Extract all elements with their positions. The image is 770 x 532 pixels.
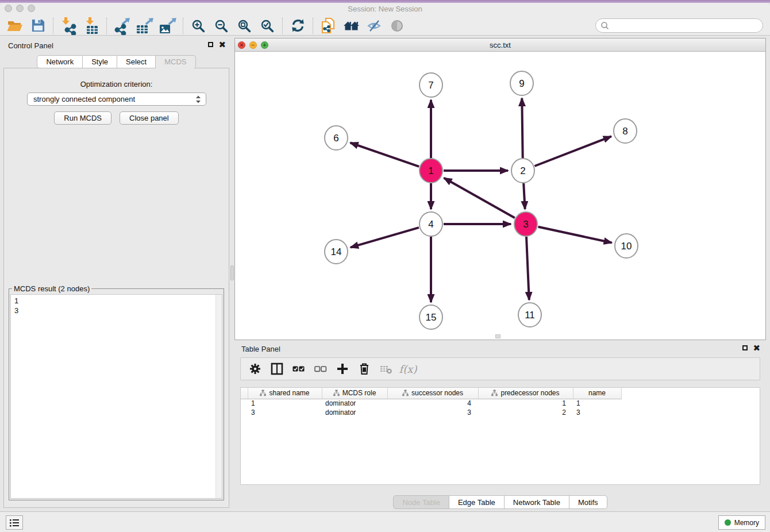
tab-mcds[interactable]: MCDS	[156, 55, 195, 68]
import-table-button[interactable]	[80, 17, 103, 35]
columns-icon	[271, 363, 283, 375]
tab-select[interactable]: Select	[117, 55, 156, 68]
graph-node[interactable]: 4	[419, 212, 442, 236]
graph-node[interactable]: 14	[325, 240, 348, 264]
zoom-fit-button[interactable]	[233, 17, 256, 35]
node-table-container: shared nameMCDS rolesuccessor nodesprede…	[240, 387, 760, 485]
graph-node[interactable]: 3	[514, 212, 537, 236]
optimization-criterion-select[interactable]: strongly connected component	[27, 92, 206, 106]
deselect-all-button[interactable]	[311, 359, 330, 379]
optimization-criterion-label: Optimization criterion:	[4, 80, 229, 88]
export-table-button[interactable]	[133, 17, 156, 35]
tab-network[interactable]: Network	[37, 55, 83, 68]
function-builder-button: f(x)	[398, 359, 418, 379]
tab-motifs[interactable]: Motifs	[569, 495, 607, 509]
zoom-selected-button[interactable]	[256, 17, 279, 35]
table-cell[interactable]: dominator	[322, 399, 387, 408]
svg-text:14: 14	[331, 246, 342, 257]
table-mode-button[interactable]	[245, 359, 265, 379]
birdseye-view-button[interactable]	[386, 17, 409, 35]
delete-column-button[interactable]	[355, 359, 374, 379]
export-network-button[interactable]	[110, 17, 133, 35]
refresh-layout-button[interactable]	[286, 17, 309, 35]
panel-splitter-handle[interactable]	[230, 265, 234, 280]
table-cell[interactable]: 4	[387, 399, 478, 408]
dropdown-arrows-icon	[194, 94, 202, 105]
column-header[interactable]: successor nodes	[387, 388, 478, 399]
result-scrollbar[interactable]	[215, 295, 222, 498]
zoom-selected-icon	[260, 18, 275, 33]
toolbar-separator	[313, 18, 313, 34]
graph-node[interactable]: 2	[511, 159, 534, 183]
graph-edge[interactable]	[444, 178, 515, 218]
graph-edge[interactable]	[538, 227, 612, 243]
search-input[interactable]	[610, 20, 763, 32]
float-panel-icon[interactable]	[208, 42, 213, 47]
open-session-button[interactable]	[3, 17, 26, 35]
graph-node[interactable]: 1	[419, 159, 442, 183]
graph-edge[interactable]	[526, 237, 529, 300]
hide-network-button[interactable]	[363, 17, 386, 35]
network-window-titlebar[interactable]: × − + scc.txt	[235, 38, 765, 52]
column-header[interactable]: MCDS role	[322, 388, 387, 399]
table-cell[interactable]: 1	[478, 399, 573, 408]
svg-text:11: 11	[525, 310, 535, 321]
graph-node[interactable]: 7	[419, 73, 442, 97]
node-table[interactable]: shared nameMCDS rolesuccessor nodesprede…	[241, 388, 622, 417]
toolbar-separator	[183, 18, 183, 34]
column-header[interactable]: shared name	[248, 388, 322, 399]
export-image-button[interactable]	[156, 17, 179, 35]
graph-node[interactable]: 8	[614, 119, 637, 143]
add-column-button[interactable]	[333, 359, 352, 379]
graph-node[interactable]: 6	[325, 126, 348, 150]
table-row[interactable]: 1dominator411	[241, 399, 621, 408]
graph-edge[interactable]	[535, 136, 611, 166]
zoom-in-button[interactable]	[187, 17, 210, 35]
table-cell[interactable]: 2	[478, 408, 573, 417]
mcds-result-textarea[interactable]: 13	[10, 294, 222, 499]
network-graph[interactable]: 7968124314101511	[235, 52, 765, 340]
control-panel-title: Control Panel	[8, 41, 53, 50]
tab-edge-table[interactable]: Edge Table	[449, 495, 505, 509]
memory-button[interactable]: Memory	[718, 515, 765, 530]
run-mcds-button[interactable]: Run MCDS	[54, 111, 111, 125]
graph-edge[interactable]	[351, 143, 419, 167]
table-row[interactable]: 3dominator323	[241, 408, 621, 417]
table-cell[interactable]: 3	[573, 408, 621, 417]
duplicate-network-button[interactable]	[317, 17, 340, 35]
home-view-button[interactable]	[340, 17, 363, 35]
import-network-button[interactable]	[57, 17, 80, 35]
close-panel-button[interactable]: Close panel	[120, 111, 179, 125]
graph-node[interactable]: 10	[615, 234, 638, 258]
table-cell[interactable]: 3	[248, 408, 322, 417]
column-header[interactable]: name	[573, 388, 621, 399]
column-header[interactable]: predecessor nodes	[478, 388, 573, 399]
graph-edge[interactable]	[523, 183, 525, 209]
memory-label: Memory	[734, 519, 759, 527]
graph-node[interactable]: 11	[518, 303, 541, 327]
network-list-button[interactable]	[6, 515, 23, 530]
graph-node[interactable]: 9	[510, 71, 533, 95]
tab-network-table[interactable]: Network Table	[505, 495, 569, 509]
graph-node[interactable]: 15	[419, 305, 442, 329]
table-cell[interactable]: dominator	[322, 408, 387, 417]
graph-edge[interactable]	[522, 98, 522, 158]
zoom-out-button[interactable]	[210, 17, 233, 35]
table-cell[interactable]: 1	[248, 399, 322, 408]
show-columns-button[interactable]	[267, 359, 287, 379]
graph-edge[interactable]	[351, 228, 419, 248]
mcds-panel: Optimization criterion: strongly connect…	[3, 68, 229, 508]
close-panel-icon[interactable]: ✖	[218, 41, 226, 48]
network-canvas[interactable]: 7968124314101511	[235, 52, 765, 340]
save-session-button[interactable]	[26, 17, 49, 35]
float-table-panel-icon[interactable]	[742, 345, 748, 350]
close-table-panel-icon[interactable]: ✖	[753, 345, 760, 351]
table-cell[interactable]: 3	[387, 408, 478, 417]
canvas-grip[interactable]	[495, 334, 500, 338]
tab-node-table[interactable]: Node Table	[393, 495, 449, 509]
zoom-fit-icon	[237, 18, 252, 33]
open-folder-icon	[6, 18, 24, 33]
tab-style[interactable]: Style	[83, 55, 117, 68]
table-cell[interactable]: 1	[573, 399, 621, 408]
select-all-button[interactable]	[289, 359, 309, 379]
